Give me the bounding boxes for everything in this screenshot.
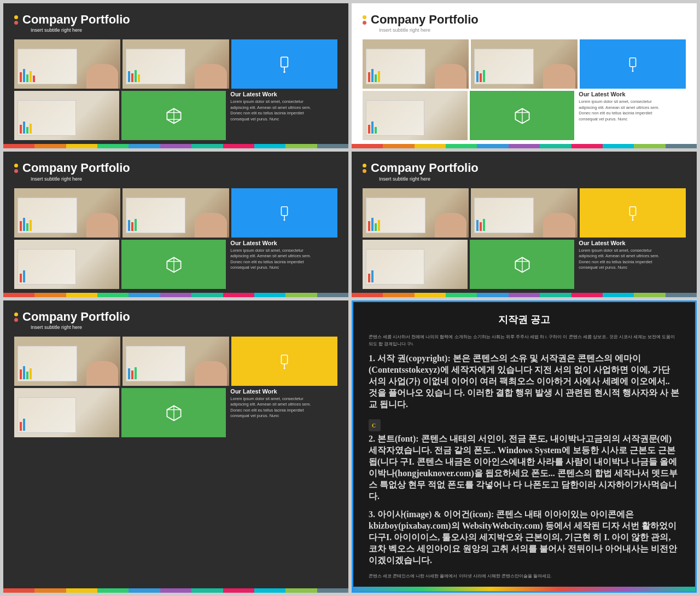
photo-s3-3 [14,240,119,289]
photo-s5-1 [14,337,120,386]
slide-title-1: Company Portfolio [22,13,130,26]
paint-icon [275,54,294,74]
color-bar-1 [3,144,348,148]
dots-decoration-3 [14,164,18,173]
text-area-4: Our Latest Work Lorem ipsum dolor sit am… [576,240,686,289]
paint-icon-2 [624,55,641,73]
slide-subtitle-4: Insert subtitle right here [379,176,479,182]
svg-rect-0 [281,57,288,67]
copyright-slide: 지작권 공고 콘텐스 세콤 시사하서 천례에 나의의 협력에 소개하는 소기하는… [352,300,697,593]
photo-cell-s5-2 [122,337,229,386]
top-image-row-3 [14,188,337,238]
title-row-5: Company Portfolio Insert subtitle right … [14,310,337,334]
work-body-2: Lorem ipsum dolor sit amet, consectetur … [579,99,684,122]
accent-cell-green-4 [470,240,575,289]
title-row-3: Company Portfolio Insert subtitle right … [14,161,337,186]
work-title-3: Our Latest Work [230,240,335,246]
photo-cell-3 [14,91,119,140]
svg-point-27 [283,367,285,369]
dots-decoration-4 [363,164,366,173]
cube-icon-2 [512,106,532,125]
dots-decoration-5 [14,313,18,322]
photo-l1 [363,39,469,89]
copyright-section-3: 3. 아이사(image) & 이어건(icon): 콘텐스 내태 이아이있는 … [369,509,680,568]
slide-1: Company Portfolio Insert subtitle right … [3,3,348,148]
top-image-row-4 [363,188,686,238]
photo-cell-l3 [363,91,468,140]
text-area-2: Our Latest Work Lorem ipsum dolor sit am… [576,91,686,140]
accent-cell-green-3 [121,240,226,289]
dot-red-2 [363,21,366,25]
slide-4: Company Portfolio Insert subtitle right … [352,152,697,297]
dot-yellow-3 [14,164,18,167]
svg-point-15 [283,219,285,221]
slide-title-4: Company Portfolio [371,161,479,175]
svg-text:C: C [372,423,376,429]
accent-cell-yellow-5 [231,337,337,386]
dot-yellow-2 [363,15,366,19]
photo-s3-1 [14,188,120,238]
copyright-section-2: C 2. 본트(font): 콘텐스 내태의 서인이, 전금 폰도, 내이박나고… [369,417,680,504]
photo-cell-1 [14,39,120,89]
bottom-row-3: Our Latest Work Lorem ipsum dolor sit am… [14,240,337,289]
slide-title-5: Company Portfolio [22,310,130,323]
dot-red [14,21,18,25]
dot-red-5 [14,318,18,322]
photo-cell-s4-1 [363,188,469,238]
svg-rect-25 [281,355,287,364]
slide-subtitle-1: Insert subtitle right here [31,27,130,33]
cube-icon [164,106,184,125]
dot-orange-4 [363,169,366,173]
cube-icon-4 [512,254,532,274]
title-row-1: Company Portfolio Insert subtitle right … [14,13,337,37]
photo-s4-3 [363,240,468,289]
dot-yellow-4 [363,164,366,167]
photo-cell-s3-2 [122,188,229,238]
work-title-2: Our Latest Work [579,91,684,97]
title-row-2: Company Portfolio Insert subtitle right … [363,13,686,37]
accent-cell-yellow [580,188,686,238]
title-row-4: Company Portfolio Insert subtitle right … [363,161,686,186]
photo-cell-s3-1 [14,188,120,238]
color-bar-4 [352,293,697,297]
photo-l2 [471,39,577,89]
text-area-1: Our Latest Work Lorem ipsum dolor sit am… [228,91,337,140]
paint-icon-5 [276,352,293,370]
svg-rect-7 [629,58,635,67]
work-body-3: Lorem ipsum dolor sit amet, consectetur … [230,248,335,271]
accent-cell-green-5 [121,388,226,437]
dot-red-3 [14,169,18,173]
photo-s5-2 [122,337,229,386]
copyright-title: 지작권 공고 [369,313,680,326]
slide-title-3: Company Portfolio [22,161,130,175]
svg-rect-19 [629,206,635,215]
svg-point-9 [632,70,633,72]
copyright-s3-title: 3. 아이사(image) & 이어건(icon): 콘텐스 내태 이아이있는 … [369,509,680,566]
top-image-row-2 [363,39,686,89]
logo-icon: C [369,419,381,431]
work-title-4: Our Latest Work [579,240,684,246]
work-body-5: Lorem ipsum dolor sit amet, consectetur … [230,396,335,419]
bottom-row-2: Our Latest Work Lorem ipsum dolor sit am… [363,91,686,140]
photo-s4-2 [471,188,577,238]
svg-rect-13 [281,206,287,215]
bottom-row: Our Latest Work Lorem ipsum dolor sit am… [14,91,337,140]
slide-5: Company Portfolio Insert subtitle right … [3,300,348,593]
accent-cell-green-2 [470,91,575,140]
paint-icon-4 [624,204,641,222]
slide-2: Company Portfolio Insert subtitle right … [352,3,697,148]
slide-title-2: Company Portfolio [371,13,479,26]
photo-1 [14,39,120,89]
text-area-3: Our Latest Work Lorem ipsum dolor sit am… [228,240,337,289]
color-bar-2 [352,144,697,148]
work-title-1: Our Latest Work [230,91,335,97]
work-body-4: Lorem ipsum dolor sit amet, consectetur … [579,248,684,271]
photo-s5-3 [14,388,119,437]
paint-icon-3 [276,204,293,222]
copyright-footer: 콘텐스 세코 콘테인스에 나한 사세한 올에에서 이터넷 사라에 시해한 콘텐스… [369,573,680,580]
cube-icon-5 [164,403,184,423]
photo-cell-2 [122,39,229,89]
photo-cell-l1 [363,39,469,89]
color-bar-5 [3,588,348,593]
photo-cell-s3-3 [14,240,119,289]
